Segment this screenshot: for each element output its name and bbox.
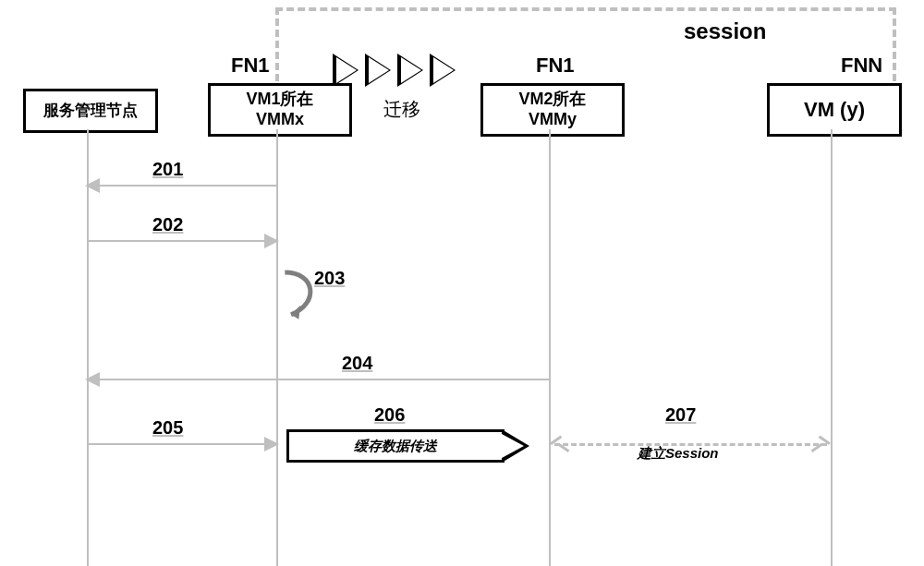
lifeline-vmy <box>831 129 833 566</box>
msg-205-arrow <box>264 437 279 452</box>
lane-vmmy-l1: VM2所在 <box>518 90 586 110</box>
msg-202-arrow <box>264 234 279 248</box>
msg-201-num: 201 <box>152 159 183 180</box>
msg-201-line <box>89 185 277 187</box>
msg-203-num: 203 <box>314 268 345 289</box>
fn1-label-left: FN1 <box>231 54 270 78</box>
msg-202-line <box>89 240 277 242</box>
msg-206-block-arrow: 缓存数据传送 <box>286 429 505 463</box>
lane-mgmt: 服务管理节点 <box>23 89 158 133</box>
lane-vmy-label: VM (y) <box>804 98 865 122</box>
fn1-label-right: FN1 <box>536 54 575 78</box>
lane-vmmx-l2: VMMx <box>256 110 304 130</box>
msg-204-line <box>89 379 550 380</box>
msg-206-num: 206 <box>374 404 405 426</box>
msg-207-num: 207 <box>665 404 696 426</box>
msg-201-arrow <box>85 178 100 193</box>
lifeline-mgmt <box>87 129 89 566</box>
msg-205-line <box>89 443 277 445</box>
msg-204-arrow <box>85 372 100 387</box>
msg-204-num: 204 <box>342 353 372 374</box>
msg-202-num: 202 <box>152 214 183 235</box>
msg-206-label: 缓存数据传送 <box>354 438 437 455</box>
lane-vmmx: VM1所在 VMMx <box>208 83 352 137</box>
lifeline-vmmy <box>549 129 551 566</box>
lifeline-vmmx <box>276 129 278 566</box>
fnn-label: FNN <box>841 54 882 78</box>
lane-vmmx-l1: VM1所在 <box>246 90 313 110</box>
lane-vmmy: VM2所在 VMMy <box>480 83 625 137</box>
msg-207-label: 建立Session <box>638 445 719 463</box>
lane-mgmt-label: 服务管理节点 <box>43 102 138 120</box>
migration-label: 迁移 <box>383 97 420 122</box>
lane-vmmy-l2: VMMy <box>529 110 577 130</box>
session-label: session <box>684 18 766 44</box>
lane-vmy: VM (y) <box>767 83 902 137</box>
msg-205-num: 205 <box>152 417 183 439</box>
